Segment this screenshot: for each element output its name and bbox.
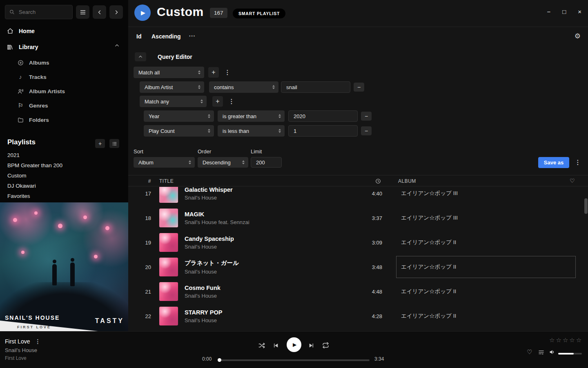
- music-note-icon: ♪: [17, 74, 24, 80]
- track-album[interactable]: エイリアン☆ポップ II: [396, 231, 576, 254]
- menu-icon[interactable]: [76, 5, 89, 19]
- volume-icon[interactable]: [549, 349, 555, 355]
- now-playing-artwork[interactable]: SNAIL'S HOUSE FIRST LOVE TASTY: [0, 202, 128, 331]
- track-album[interactable]: エイリアン☆ポップ II: [396, 280, 576, 303]
- table-row[interactable]: 21 Cosmo Funk Snail's House 4:48 エイリアン☆ポ…: [128, 279, 584, 304]
- playlist-item-favorites[interactable]: Favorites: [7, 193, 30, 201]
- table-row[interactable]: 20 プラネット・ガール Snail's House 3:48 エイリアン☆ポッ…: [128, 255, 584, 279]
- rule3-operator-select[interactable]: is less than: [218, 125, 285, 137]
- select-value: Play Count: [149, 128, 175, 134]
- star-icon[interactable]: ☆: [569, 337, 575, 344]
- chevron-up-icon[interactable]: [115, 43, 119, 48]
- clock-icon[interactable]: [375, 178, 381, 184]
- rule2-value-input[interactable]: [288, 110, 358, 122]
- match-select-group2[interactable]: Match any: [140, 96, 207, 107]
- album-column: エイリアン☆ポップ III: [396, 187, 576, 204]
- shuffle-icon[interactable]: [258, 342, 265, 349]
- table-row[interactable]: 22 STARRY POP Snail's House 4:28 エイリアン☆ポ…: [128, 304, 584, 328]
- minimize-button[interactable]: −: [547, 8, 550, 15]
- maximize-button[interactable]: □: [562, 8, 566, 15]
- favorite-heart-icon[interactable]: ♡: [527, 348, 532, 356]
- rule1-field-select[interactable]: Album Artist: [140, 81, 204, 93]
- heart-icon[interactable]: ♡: [570, 177, 575, 184]
- remove-rule2-button[interactable]: −: [361, 112, 372, 121]
- track-album[interactable]: エイリアン☆ポップ III: [396, 207, 576, 229]
- rule1-value-input[interactable]: [281, 81, 350, 93]
- sidebar-item-albums[interactable]: Albums: [0, 58, 128, 67]
- playlist-item-bpm[interactable]: BPM Greater than 200: [7, 162, 62, 171]
- table-row[interactable]: 18 MAGIK Snail's House feat. Sennzai 3:3…: [128, 206, 584, 230]
- forward-button[interactable]: [109, 5, 123, 19]
- sort-select[interactable]: Album: [134, 157, 195, 168]
- group1-menu-icon[interactable]: ⋮: [224, 67, 231, 78]
- sidebar-item-library[interactable]: Library: [0, 42, 128, 52]
- sort-field-button[interactable]: Id: [136, 33, 141, 40]
- repeat-icon[interactable]: [322, 342, 329, 349]
- search-box[interactable]: [5, 5, 73, 19]
- star-icon[interactable]: ☆: [576, 337, 581, 344]
- column-header-number[interactable]: #: [139, 178, 151, 184]
- window-controls: − □ ×: [547, 8, 581, 15]
- rule2-field-select[interactable]: Year: [144, 110, 214, 122]
- add-rule-button-group2[interactable]: +: [212, 96, 223, 107]
- collapse-query-editor-button[interactable]: [135, 52, 146, 61]
- remove-rule3-button[interactable]: −: [361, 126, 372, 135]
- previous-track-icon[interactable]: [272, 342, 279, 349]
- play-pause-button[interactable]: ▶: [287, 337, 301, 352]
- group2-menu-icon[interactable]: ⋮: [228, 96, 235, 107]
- star-icon[interactable]: ☆: [549, 337, 555, 344]
- playlist-item-custom[interactable]: Custom: [7, 173, 27, 181]
- queue-icon[interactable]: [538, 349, 544, 355]
- rule1-operator-select[interactable]: contains: [209, 81, 278, 93]
- sidebar-item-genres[interactable]: ⚐ Genres: [0, 101, 128, 110]
- more-options-icon[interactable]: ⋯: [189, 32, 195, 40]
- table-row[interactable]: 19 Candy Spaceship Snail's House 3:09 エイ…: [128, 230, 584, 255]
- column-header-album[interactable]: ALBUM: [398, 178, 416, 184]
- order-select[interactable]: Descending: [198, 157, 248, 168]
- sidebar-item-album-artists[interactable]: Album Artists: [0, 86, 128, 96]
- volume-fill: [558, 353, 574, 355]
- library-icon: [7, 44, 13, 50]
- track-menu-icon[interactable]: ⋮: [35, 338, 40, 345]
- scrollbar-thumb[interactable]: [584, 198, 588, 214]
- track-number: 20: [139, 264, 151, 270]
- title-cell: MAGIK Snail's House feat. Sennzai: [185, 211, 359, 225]
- star-icon[interactable]: ☆: [563, 337, 568, 344]
- gear-icon[interactable]: ⚙: [575, 32, 581, 40]
- back-button[interactable]: [93, 5, 106, 19]
- rule3-field-select[interactable]: Play Count: [144, 125, 214, 137]
- add-playlist-button[interactable]: +: [95, 139, 105, 148]
- limit-input[interactable]: [251, 157, 282, 168]
- add-rule-button-group1[interactable]: +: [208, 67, 219, 78]
- star-icon[interactable]: ☆: [556, 337, 561, 344]
- table-row[interactable]: 17 Galactic Whisper Snail's House 4:40 エ…: [128, 187, 584, 206]
- column-header-title[interactable]: TITLE: [159, 178, 174, 184]
- volume-slider[interactable]: [558, 353, 582, 355]
- search-input[interactable]: [18, 9, 68, 16]
- seek-thumb[interactable]: [218, 358, 221, 362]
- sidebar-item-home[interactable]: Home: [0, 26, 128, 36]
- close-button[interactable]: ×: [578, 8, 581, 15]
- folder-icon: [17, 117, 24, 123]
- track-album[interactable]: エイリアン☆ポップ II: [396, 256, 576, 278]
- remove-rule1-button[interactable]: −: [354, 83, 364, 92]
- sidebar-item-tracks[interactable]: ♪ Tracks: [0, 72, 128, 82]
- save-as-button[interactable]: Save as: [538, 157, 569, 168]
- rule3-value-input[interactable]: [288, 125, 358, 137]
- track-album[interactable]: エイリアン☆ポップ III: [396, 187, 576, 204]
- next-track-icon[interactable]: [308, 342, 315, 349]
- select-value: Album Artist: [145, 84, 173, 90]
- play-playlist-button[interactable]: ▶: [134, 4, 151, 21]
- track-album[interactable]: エイリアン☆ポップ II: [396, 305, 576, 327]
- lantern-glow: [58, 224, 62, 228]
- sort-direction-button[interactable]: Ascending: [151, 33, 181, 40]
- playlist-item-2021[interactable]: 2021: [7, 152, 20, 160]
- playlist-item-dj-okawari[interactable]: DJ Okawari: [7, 183, 36, 191]
- sidebar-item-folders[interactable]: Folders: [0, 115, 128, 125]
- lantern-glow: [34, 211, 38, 215]
- save-menu-icon[interactable]: ⋮: [574, 157, 581, 168]
- playlist-list-view-icon[interactable]: [109, 139, 119, 148]
- rule2-operator-select[interactable]: is greater than: [218, 110, 285, 122]
- seek-bar[interactable]: [218, 359, 370, 361]
- match-select-group1[interactable]: Match all: [134, 67, 204, 78]
